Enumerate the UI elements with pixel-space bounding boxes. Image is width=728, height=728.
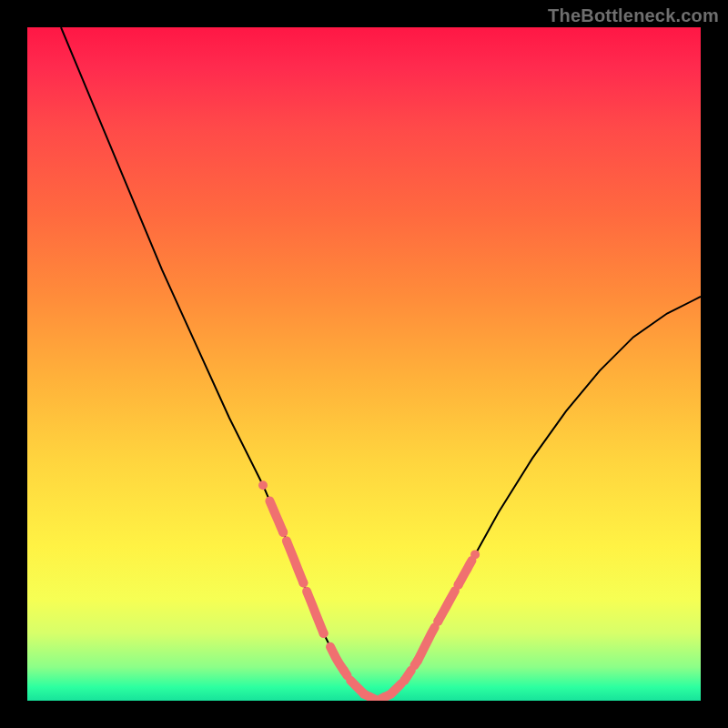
- highlight-dot: [433, 617, 442, 626]
- highlight-dot: [278, 528, 288, 537]
- highlight-segment: [307, 592, 324, 633]
- highlight-segment: [269, 501, 283, 533]
- highlight-dot: [258, 480, 268, 490]
- highlight-segment: [438, 591, 455, 621]
- highlight-dot: [470, 550, 480, 559]
- highlight-dot: [298, 579, 308, 588]
- highlight-dot: [319, 629, 329, 638]
- watermark-label: TheBottleneck.com: [548, 5, 719, 26]
- highlight-markers: [258, 480, 480, 701]
- chart-frame: [27, 27, 701, 701]
- chart-overlay-svg: [27, 27, 701, 701]
- highlight-dot: [359, 690, 369, 699]
- highlight-dot: [413, 656, 422, 665]
- highlight-dot: [339, 666, 349, 675]
- highlight-segment: [287, 541, 304, 582]
- highlight-dot: [399, 676, 409, 685]
- highlight-dot: [454, 581, 463, 590]
- bottleneck-curve: [61, 27, 701, 701]
